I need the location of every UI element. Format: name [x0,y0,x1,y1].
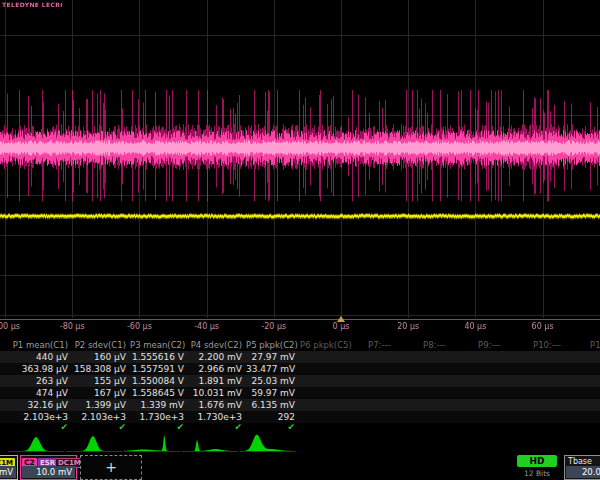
time-tick-label: -100 µs [0,322,20,331]
time-tick-label: 40 µs [464,322,486,331]
time-tick-label: 20 µs [397,322,419,331]
measure-value-cell: 33.477 mV [246,363,299,375]
measure-value-cell: 10.031 mV [188,387,246,399]
measure-value-cell: 474 µV [0,387,72,399]
measure-value-cell: 440 µV [0,351,72,363]
time-tick-label: 60 µs [532,322,554,331]
measure-value-cell: 1.557591 V [130,363,188,375]
timebase-label: Tbase [568,457,592,466]
measure-column-header-disabled[interactable]: P9:--- [478,340,501,351]
measure-column-header[interactable]: P4 sdev(C2) [188,340,246,351]
measure-table-row: 263 µV155 µV1.550084 V1.891 mV25.03 mV [0,375,600,387]
measure-value-cell: 2.966 mV [188,363,246,375]
measure-column-header[interactable]: P2 sdev(C1) [72,340,130,351]
measure-column-header-disabled[interactable]: P10:--- [533,340,561,351]
status-check-icon: ✔ [246,423,299,433]
measure-value-cell: 167 µV [72,387,130,399]
measure-value-cell: 158.308 µV [72,363,130,375]
c2-vertical-scale: 10.0 mV [22,466,75,478]
measure-column-header[interactable]: P3 mean(C2) [130,340,188,351]
measure-status-row: ✔✔✔✔✔ [0,423,600,433]
measure-value-cell: 25.03 mV [246,375,299,387]
measure-value-cell: 155 µV [72,375,130,387]
channel-c2-descriptor[interactable]: C2 ESR DC1M 10.0 mV [20,455,77,480]
timebase-descriptor[interactable]: Tbase 20.0 µs/div [564,455,600,480]
time-tick-label: -40 µs [194,322,219,331]
c1-vertical-scale: 10.0 mV [0,466,16,478]
waveform-grid[interactable] [0,0,600,318]
trigger-position-marker[interactable] [337,316,345,322]
measure-column-header-disabled[interactable]: P8:--- [423,340,446,351]
measure-column-header[interactable]: P1 mean(C1) [0,340,72,351]
measure-value-cell: 1.339 mV [130,399,188,411]
status-check-icon: ✔ [188,423,246,433]
measure-value-cell: 1.555616 V [130,351,188,363]
add-trace-button[interactable]: + [80,455,142,480]
measure-table-row: 2.103e+32.103e+31.730e+31.730e+3292 [0,411,600,423]
measure-value-cell: 363.98 µV [0,363,72,375]
timebase-scale: 20.0 µs/div [566,466,600,478]
measure-column-header[interactable]: P5 pkpk(C2) [246,340,299,351]
time-tick-label: -60 µs [127,322,152,331]
oscilloscope-screen: TELEDYNE LECROY -100 µs-80 µs-60 µs-40 µ… [0,0,600,480]
time-tick-label: -20 µs [261,322,286,331]
status-check-icon: ✔ [0,423,72,433]
time-tick-label: -80 µs [60,322,85,331]
time-tick-label: 0 µs [333,322,350,331]
measure-value-cell: 32.16 µV [0,399,72,411]
hd-bits-label: 12 Bits [517,469,557,478]
measure-column-header-disabled[interactable]: P7:--- [368,340,391,351]
measure-value-cell: 1.550084 V [130,375,188,387]
measure-histicons[interactable] [0,433,600,454]
measure-value-cell: 263 µV [0,375,72,387]
measure-value-cell: 1.558645 V [130,387,188,399]
measure-table-row: 474 µV167 µV1.558645 V10.031 mV59.97 mV [0,387,600,399]
status-check-icon: ✔ [130,423,188,433]
measure-table-row: 363.98 µV158.308 µV1.557591 V2.966 mV33.… [0,363,600,375]
measure-table-row: 32.16 µV1.399 µV1.339 mV1.676 mV6.135 mV [0,399,600,411]
measure-table-row: 440 µV160 µV1.555616 V2.200 mV27.97 mV [0,351,600,363]
hd-mode-badge[interactable]: HD [517,455,557,467]
measure-value-cell: 1.891 mV [188,375,246,387]
time-axis: -100 µs-80 µs-60 µs-40 µs-20 µs0 µs20 µs… [0,320,600,338]
measure-value-cell: 2.200 mV [188,351,246,363]
brand-logo: TELEDYNE LECROY [2,1,62,9]
measure-value-cell: 59.97 mV [246,387,299,399]
measure-column-header-disabled[interactable]: P6 pkpk(C5) [300,340,352,351]
measure-value-cell: 160 µV [72,351,130,363]
channel-c1-descriptor[interactable]: DC1M 10.0 mV [0,455,18,480]
measure-value-cell: 1.676 mV [188,399,246,411]
status-check-icon: ✔ [72,423,130,433]
measure-column-header-disabled[interactable]: P11 [590,340,600,351]
measure-value-cell: 1.399 µV [72,399,130,411]
measure-value-cell: 6.135 mV [246,399,299,411]
measure-value-cell: 27.97 mV [246,351,299,363]
measure-table: P1 mean(C1)P2 sdev(C1)P3 mean(C2)P4 sdev… [0,340,600,433]
